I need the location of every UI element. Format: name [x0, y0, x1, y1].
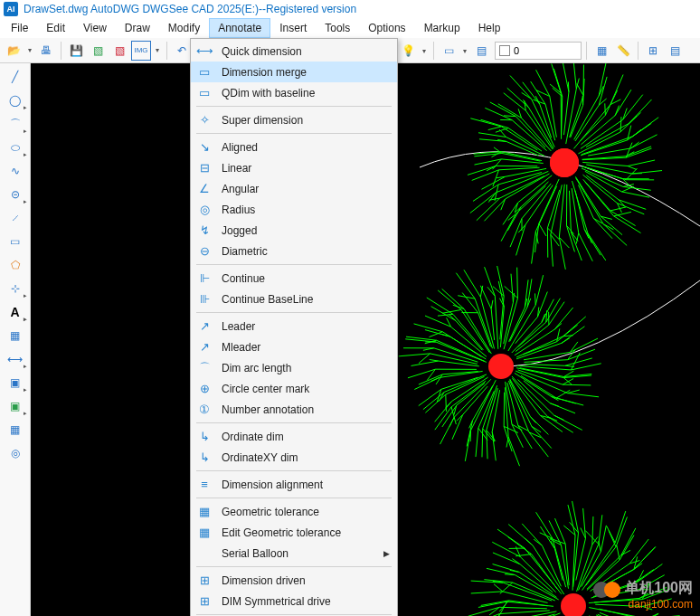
pline-tool-icon[interactable]: ⟋: [5, 208, 25, 228]
menu-item-icon: ⊞: [196, 593, 213, 610]
save-icon[interactable]: 💾: [66, 41, 86, 61]
divide-tool-icon[interactable]: ⊝▸: [5, 185, 25, 204]
menu-item-ordinatexy-dim[interactable]: ↳OrdinateXY dim: [191, 447, 397, 468]
menu-item-icon: ⊟: [196, 160, 213, 176]
menu-item-icon: ↗: [196, 318, 213, 335]
menu-item-aligned[interactable]: ↘Aligned: [191, 137, 397, 157]
menu-item-label: Aligned: [222, 141, 258, 154]
menu-edit[interactable]: Edit: [37, 18, 74, 38]
menu-item-number-annotation[interactable]: ①Number annotation: [191, 399, 397, 420]
menu-item-dimension-alignment[interactable]: ≡Dimension alignment: [191, 474, 397, 495]
watermark-text-1: 单机100网: [625, 580, 693, 595]
lamp-dropdown[interactable]: ▾: [420, 47, 429, 55]
undo-icon[interactable]: ↶: [172, 41, 192, 61]
rect-tool-icon[interactable]: ▭: [5, 232, 25, 251]
menu-options[interactable]: Options: [359, 18, 414, 38]
menu-item-icon: ⟷: [196, 43, 213, 60]
menu-draw[interactable]: Draw: [116, 18, 159, 38]
menu-item-serial-balloon[interactable]: Serial Balloon▶: [191, 543, 397, 564]
menu-file[interactable]: File: [2, 18, 37, 38]
menu-item-continue-baseline[interactable]: ⊪Continue BaseLine: [191, 289, 397, 309]
text-tool-icon[interactable]: A▸: [5, 302, 25, 322]
menu-separator: [196, 470, 392, 471]
spline-tool-icon[interactable]: ∿: [5, 161, 25, 181]
menu-item-diametric[interactable]: ⊖Diametric: [191, 241, 397, 261]
menu-item-edit-geometric-tolerance[interactable]: ▦Edit Geometric tolerance: [191, 522, 397, 543]
menu-annotate[interactable]: Annotate: [209, 18, 270, 38]
region-tool-icon[interactable]: ◎: [5, 443, 25, 463]
svg-point-3: [488, 354, 514, 379]
menu-item-radius[interactable]: ◎Radius: [191, 199, 397, 220]
measure-icon[interactable]: 📏: [613, 41, 633, 61]
menu-help[interactable]: Help: [469, 18, 510, 38]
open-dropdown[interactable]: ▾: [25, 46, 34, 54]
block-tool-icon[interactable]: ▣▸: [5, 373, 25, 393]
menu-item-linear[interactable]: ⊟Linear: [191, 157, 397, 178]
menu-item-circle-center-mark[interactable]: ⊕Circle center mark: [191, 378, 397, 399]
circle-tool-icon[interactable]: ◯▸: [5, 90, 25, 110]
menu-item-label: Leader: [222, 320, 255, 333]
menu-item-super-dimension[interactable]: ✧Super dimension: [191, 109, 397, 130]
color-icon[interactable]: ▦: [591, 41, 611, 61]
menu-item-jogged[interactable]: ↯Jogged: [191, 220, 397, 241]
menu-item-geometric-tolerance[interactable]: ▦Geometric tolerance: [191, 501, 397, 522]
left-toolbar: ╱ ◯▸ ⌒▸ ⬭▸ ∿ ⊝▸ ⟋ ▭ ⬠ ⊹▸ A▸ ▦ ⟷▸ ▣▸ ▣▸ ▦…: [0, 63, 31, 616]
menu-item-icon: ⊩: [196, 270, 213, 287]
print-area-dropdown[interactable]: ▾: [460, 47, 469, 55]
print-area-icon[interactable]: ▭: [439, 41, 459, 61]
menu-view[interactable]: View: [74, 18, 116, 38]
menu-item-leader[interactable]: ↗Leader: [191, 316, 397, 336]
menu-item-label: OrdinateXY dim: [222, 451, 298, 464]
dim-tool-icon[interactable]: ⟷▸: [5, 349, 25, 369]
arc-tool-icon[interactable]: ⌒▸: [5, 114, 25, 134]
export-img-icon[interactable]: IMG: [131, 41, 151, 61]
table-tool-icon[interactable]: ▦: [5, 420, 25, 440]
menu-item-qdim-with-baseline[interactable]: ▭QDim with baseline: [191, 82, 397, 103]
menu-item-mleader[interactable]: ↗Mleader: [191, 336, 397, 357]
watermark: 单机100网 danji100.com: [593, 579, 693, 611]
menu-item-icon: ▭: [196, 85, 213, 101]
polygon-tool-icon[interactable]: ⬠: [5, 255, 25, 275]
export-dropdown[interactable]: ▾: [153, 46, 162, 54]
layers-panel-icon[interactable]: ▤: [665, 41, 685, 61]
menu-item-icon: ⌒: [196, 360, 213, 376]
menu-item-icon: ◎: [196, 202, 213, 218]
menu-item-label: Continue BaseLine: [222, 293, 313, 306]
window-icon[interactable]: ⊞: [643, 41, 663, 61]
menu-item-dimension-driven[interactable]: ⊞Dimension driven: [191, 570, 397, 591]
lamp-icon[interactable]: 💡: [398, 41, 418, 61]
menu-item-dim-arc-length[interactable]: ⌒Dim arc length: [191, 357, 397, 378]
menu-markup[interactable]: Markup: [415, 18, 469, 38]
ellipse-tool-icon[interactable]: ⬭▸: [5, 137, 25, 157]
layer-control-icon[interactable]: ▤: [471, 41, 491, 61]
export-pdf-icon[interactable]: ▧: [109, 41, 129, 61]
menu-item-angular[interactable]: ∠Angular: [191, 178, 397, 199]
menu-insert[interactable]: Insert: [270, 18, 316, 38]
menu-item-label: Dim arc length: [222, 362, 291, 374]
open-icon[interactable]: 📂: [4, 41, 24, 61]
menu-item-label: Super dimension: [222, 114, 303, 127]
separator: [638, 42, 639, 60]
layer-combo[interactable]: 0: [495, 42, 582, 60]
menu-modify[interactable]: Modify: [159, 18, 209, 38]
line-tool-icon[interactable]: ╱: [5, 67, 25, 87]
menu-item-dim-symmetrical-drive[interactable]: ⊞DIM Symmetrical drive: [191, 591, 397, 611]
point-tool-icon[interactable]: ⊹▸: [5, 279, 25, 299]
menu-separator: [196, 422, 392, 423]
menu-separator: [196, 133, 392, 134]
menu-tools[interactable]: Tools: [316, 18, 359, 38]
svg-point-5: [550, 148, 579, 177]
print-icon[interactable]: 🖶: [36, 41, 56, 61]
menu-item-quick-dimension[interactable]: ⟷Quick dimension: [191, 41, 397, 62]
menu-item-icon: ⊖: [196, 243, 213, 260]
watermark-icon: [593, 582, 620, 598]
menu-item-continue[interactable]: ⊩Continue: [191, 268, 397, 289]
menu-item-ordinate-dim[interactable]: ↳Ordinate dim: [191, 426, 397, 447]
insert-tool-icon[interactable]: ▣▸: [5, 396, 25, 416]
hatch-tool-icon[interactable]: ▦: [5, 326, 25, 346]
export-dwg-icon[interactable]: ▧: [88, 41, 108, 61]
menu-item-dimension-merge[interactable]: ▭Dimension merge: [191, 62, 397, 82]
menu-item-label: QDim with baseline: [222, 87, 315, 100]
menu-item-icon: ⊞: [196, 573, 213, 589]
menu-item-label: Circle center mark: [222, 383, 309, 395]
